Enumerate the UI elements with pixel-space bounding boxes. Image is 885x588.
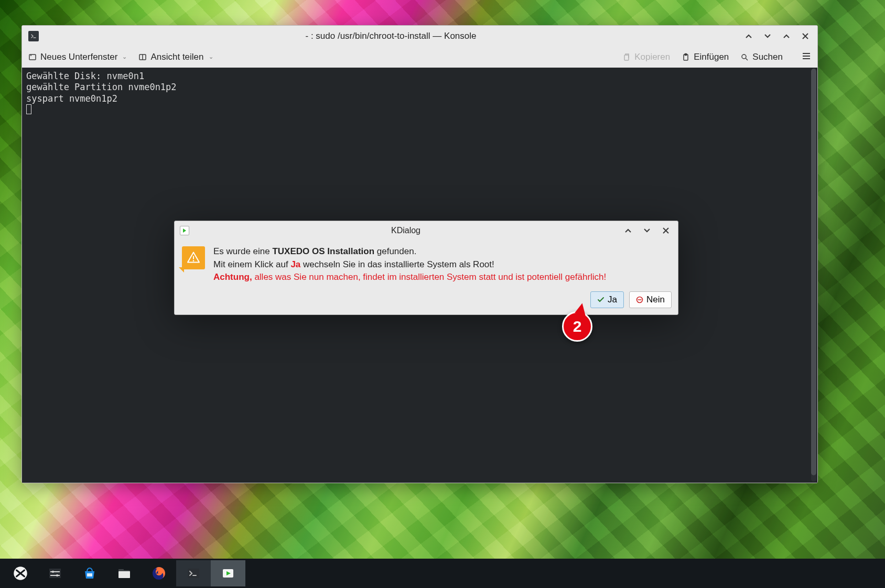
warning-icon	[182, 246, 205, 269]
copy-icon	[622, 53, 631, 61]
svg-rect-18	[118, 571, 130, 578]
svg-point-5	[742, 55, 746, 59]
search-button[interactable]: Suchen	[740, 51, 783, 63]
kdialog-titlebar[interactable]: KDialog	[175, 221, 678, 240]
taskbar	[0, 559, 885, 588]
annotation-badge: 2	[562, 311, 592, 342]
scrollbar-thumb[interactable]	[811, 69, 816, 475]
terminal-line: Gewählte Disk: nvme0n1	[26, 71, 144, 81]
svg-rect-11	[49, 569, 61, 578]
keep-above-icon[interactable]	[743, 30, 754, 42]
svg-point-7	[193, 260, 195, 262]
svg-rect-21	[188, 569, 199, 578]
konsole-toolbar: Neues Unterfenster ⌄ Ansicht teilen ⌄ Ko…	[22, 47, 817, 68]
keep-above-icon[interactable]	[622, 225, 634, 236]
svg-rect-4	[685, 53, 687, 55]
split-view-icon	[138, 53, 147, 61]
split-view-label: Ansicht teilen	[150, 52, 203, 62]
new-tab-icon	[28, 53, 37, 61]
svg-rect-19	[118, 569, 124, 571]
chevron-down-icon: ⌄	[122, 53, 127, 60]
search-icon	[740, 53, 749, 61]
copy-button: Kopieren	[622, 51, 670, 63]
hamburger-icon[interactable]	[802, 51, 811, 63]
svg-rect-16	[87, 573, 92, 576]
konsole-task[interactable]	[176, 560, 211, 586]
svg-rect-0	[29, 55, 36, 60]
app-launcher[interactable]	[3, 560, 38, 586]
copy-label: Kopieren	[634, 52, 670, 62]
terminal-line: gewählte Partition nvme0n1p2	[26, 82, 177, 92]
svg-rect-2	[624, 55, 629, 60]
terminal-cursor	[26, 104, 31, 114]
new-tab-label: Neues Unterfenster	[40, 52, 117, 62]
maximize-icon[interactable]	[781, 30, 792, 42]
terminal-line: syspart nvme0n1p2	[26, 93, 117, 104]
close-icon[interactable]	[660, 225, 672, 236]
search-label: Suchen	[752, 52, 783, 62]
no-label: Nein	[646, 295, 665, 305]
chevron-down-icon: ⌄	[209, 53, 213, 60]
yes-label: Ja	[608, 295, 617, 305]
minimize-icon[interactable]	[641, 225, 653, 236]
paste-label: Einfügen	[694, 52, 729, 62]
settings-icon[interactable]	[38, 560, 72, 586]
files-icon[interactable]	[107, 560, 142, 586]
kdialog-title: KDialog	[189, 226, 622, 235]
close-icon[interactable]	[800, 30, 811, 42]
kdialog-message: Es wurde eine TUXEDO OS Installation gef…	[213, 245, 606, 284]
kdialog-window: KDialog Es wurde eine TUXEDO OS Installa…	[174, 221, 678, 315]
konsole-titlebar[interactable]: - : sudo /usr/bin/chroot-to-install — Ko…	[22, 26, 817, 47]
paste-button[interactable]: Einfügen	[682, 51, 729, 63]
paste-icon	[682, 53, 690, 61]
kdialog-icon	[180, 226, 189, 235]
kdialog-task[interactable]	[211, 560, 245, 586]
split-view-button[interactable]: Ansicht teilen ⌄	[138, 52, 213, 62]
new-tab-button[interactable]: Neues Unterfenster ⌄	[28, 52, 127, 62]
no-button[interactable]: Nein	[629, 291, 672, 308]
yes-button[interactable]: Ja	[590, 291, 624, 308]
terminal-icon	[28, 31, 39, 41]
check-icon	[597, 296, 605, 303]
store-icon[interactable]	[72, 560, 107, 586]
annotation-number: 2	[573, 318, 582, 335]
no-entry-icon	[636, 296, 643, 303]
window-title: - : sudo /usr/bin/chroot-to-install — Ko…	[39, 31, 743, 41]
firefox-icon[interactable]	[142, 560, 176, 586]
minimize-icon[interactable]	[762, 30, 773, 42]
